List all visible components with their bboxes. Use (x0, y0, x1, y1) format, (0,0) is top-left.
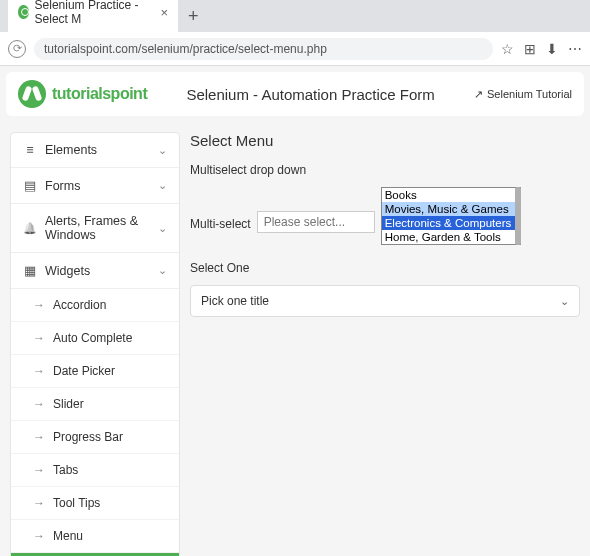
page-title: Selenium - Automation Practice Form (186, 86, 434, 103)
star-icon[interactable]: ☆ (501, 41, 514, 57)
scrollbar[interactable] (515, 187, 521, 245)
favicon-icon (18, 5, 29, 19)
bell-icon (23, 222, 37, 235)
chevron-down-icon: ⌄ (158, 222, 167, 235)
select-one-heading: Select One (190, 261, 580, 275)
sidebar-sub-accordion[interactable]: →Accordion (11, 289, 179, 322)
multiselect-input[interactable] (257, 211, 375, 233)
tutorial-link-label: Selenium Tutorial (487, 88, 572, 100)
logo-icon (18, 80, 46, 108)
sidebar-item-alerts[interactable]: Alerts, Frames & Windows ⌄ (11, 204, 179, 253)
arrow-right-icon: → (33, 496, 45, 510)
sidebar-item-widgets[interactable]: Widgets ⌄ (11, 253, 179, 289)
browser-tab-strip: Selenium Practice - Select M × + (0, 0, 590, 32)
close-icon[interactable]: × (160, 5, 168, 20)
chrome-actions: ☆ ⊞ ⬇ ⋯ (501, 41, 582, 57)
main-panel: Select Menu Multiselect drop down Multi-… (190, 132, 580, 556)
sidebar-item-label: Widgets (45, 264, 90, 278)
forms-icon (23, 178, 37, 193)
sidebar-item-forms[interactable]: Forms ⌄ (11, 168, 179, 204)
sub-label: Progress Bar (53, 430, 123, 444)
sidebar-sub-menu[interactable]: →Menu (11, 520, 179, 553)
section-title: Select Menu (190, 132, 580, 149)
list-option[interactable]: Electronics & Computers (382, 216, 520, 230)
chevron-down-icon: ⌄ (158, 179, 167, 192)
sidebar-sub-date-picker[interactable]: →Date Picker (11, 355, 179, 388)
url-input[interactable]: tutorialspoint.com/selenium/practice/sel… (34, 38, 493, 60)
arrow-right-icon: → (33, 529, 45, 543)
new-tab-button[interactable]: + (188, 6, 199, 27)
sub-label: Tool Tips (53, 496, 100, 510)
widgets-submenu: →Accordion →Auto Complete →Date Picker →… (11, 289, 179, 556)
select-one-group: Select One Pick one title ⌄ (190, 261, 580, 317)
sidebar-item-label: Forms (45, 179, 80, 193)
sidebar-sub-slider[interactable]: →Slider (11, 388, 179, 421)
extension-icon[interactable]: ⊞ (524, 41, 536, 57)
select-one-dropdown[interactable]: Pick one title ⌄ (190, 285, 580, 317)
sidebar: Elements ⌄ Forms ⌄ Alerts, Frames & Wind… (10, 132, 180, 556)
address-bar: ⟳ tutorialspoint.com/selenium/practice/s… (0, 32, 590, 66)
logo[interactable]: tutorialspoint (18, 80, 147, 108)
chevron-down-icon: ⌄ (158, 144, 167, 157)
sidebar-sub-auto-complete[interactable]: →Auto Complete (11, 322, 179, 355)
download-icon[interactable]: ⬇ (546, 41, 558, 57)
chevron-down-icon: ⌄ (158, 264, 167, 277)
sub-label: Slider (53, 397, 84, 411)
widgets-icon (23, 263, 37, 278)
more-icon[interactable]: ⋯ (568, 41, 582, 57)
sidebar-item-label: Alerts, Frames & Windows (45, 214, 150, 242)
elements-icon (23, 143, 37, 157)
content-area: Elements ⌄ Forms ⌄ Alerts, Frames & Wind… (0, 122, 590, 556)
multiselect-listbox[interactable]: Books Movies, Music & Games Electronics … (381, 187, 521, 245)
tab-title: Selenium Practice - Select M (35, 0, 151, 26)
sub-label: Accordion (53, 298, 106, 312)
arrow-right-icon: → (33, 364, 45, 378)
sub-label: Menu (53, 529, 83, 543)
sub-label: Auto Complete (53, 331, 132, 345)
tutorial-link[interactable]: ↗ Selenium Tutorial (474, 88, 572, 101)
multiselect-label: Multi-select (190, 213, 251, 231)
reload-button[interactable]: ⟳ (8, 40, 26, 58)
browser-tab[interactable]: Selenium Practice - Select M × (8, 0, 178, 32)
sidebar-item-elements[interactable]: Elements ⌄ (11, 133, 179, 168)
sidebar-sub-tabs[interactable]: →Tabs (11, 454, 179, 487)
logo-text: tutorialspoint (52, 85, 147, 103)
arrow-right-icon: → (33, 463, 45, 477)
sub-label: Date Picker (53, 364, 115, 378)
list-option[interactable]: Home, Garden & Tools (382, 230, 520, 244)
arrow-right-icon: → (33, 298, 45, 312)
arrow-right-icon: → (33, 331, 45, 345)
list-option[interactable]: Movies, Music & Games (382, 202, 520, 216)
chevron-down-icon: ⌄ (560, 295, 569, 308)
sidebar-sub-progress-bar[interactable]: →Progress Bar (11, 421, 179, 454)
arrow-right-icon: → (33, 397, 45, 411)
page-header: tutorialspoint Selenium - Automation Pra… (6, 72, 584, 116)
list-option[interactable]: Books (382, 188, 520, 202)
sidebar-item-label: Elements (45, 143, 97, 157)
multiselect-group: Multiselect drop down Multi-select Books… (190, 163, 580, 245)
sub-label: Tabs (53, 463, 78, 477)
sidebar-sub-tool-tips[interactable]: →Tool Tips (11, 487, 179, 520)
multiselect-heading: Multiselect drop down (190, 163, 580, 177)
dropdown-value: Pick one title (201, 294, 269, 308)
arrow-right-icon: → (33, 430, 45, 444)
external-link-icon: ↗ (474, 88, 483, 101)
